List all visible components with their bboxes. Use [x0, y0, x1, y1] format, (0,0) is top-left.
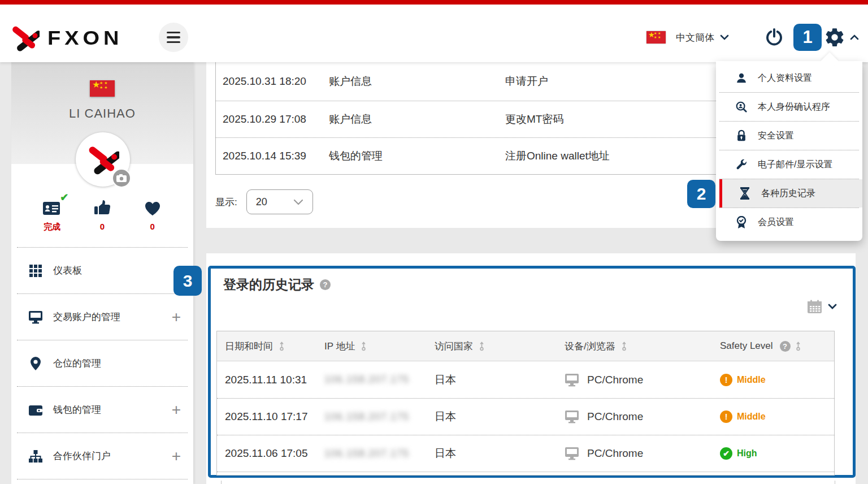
menu-item-label: 本人身份确认程序 — [758, 101, 830, 113]
menu-item-security-settings[interactable]: 安全设置 — [716, 122, 862, 150]
sidebar-item-label: 交易账户的管理 — [53, 310, 172, 323]
check-icon: ✔ — [60, 191, 68, 204]
top-red-bar — [0, 0, 868, 5]
lock-icon — [734, 129, 749, 142]
stat-likes[interactable]: 0 — [83, 196, 122, 232]
settings-dropdown-menu: 个人资料设置 本人身份确认程序 安全设置 — [716, 61, 862, 241]
row-ip-blurred: 106.158.207.175 — [324, 411, 409, 423]
login-history-title: 登录的历史记录 — [223, 276, 314, 293]
monitor-icon — [28, 310, 43, 324]
sidebar: ★★ ★★ ★ LI CAIHAO — [11, 62, 193, 484]
sidebar-item-label: 钱包的管理 — [53, 403, 172, 416]
hamburger-menu-button[interactable] — [159, 23, 188, 52]
sort-icon[interactable] — [479, 341, 485, 351]
column-header[interactable]: Safety Level — [720, 340, 773, 352]
menu-item-email-display-settings[interactable]: 电子邮件/显示设置 — [716, 150, 862, 179]
sidebar-item-trading-accounts[interactable]: 交易账户的管理 + — [11, 294, 193, 340]
logout-power-button[interactable] — [764, 27, 784, 47]
stat-verification[interactable]: ✔ 完成 — [32, 196, 72, 232]
display-count-select[interactable]: 20 — [246, 189, 313, 214]
menu-item-label: 会员设置 — [758, 217, 794, 228]
sidebar-item-label: 合作伙伴门户 — [53, 450, 172, 463]
menu-item-label: 电子邮件/显示设置 — [758, 159, 832, 171]
user-name: LI CAIHAO — [11, 106, 193, 121]
menu-item-label: 安全设置 — [758, 130, 794, 142]
row-datetime: 2025.11.11 10:31 — [225, 374, 307, 386]
medal-icon — [734, 216, 749, 229]
table-edge-sliver — [835, 481, 835, 484]
column-header[interactable]: 设备/浏览器 — [565, 340, 615, 353]
header-right-controls: ★★ ★★ ★ 中文簡体 1 — [646, 21, 859, 53]
row-datetime: 2025.11.10 17:17 — [225, 410, 308, 423]
heart-icon — [144, 196, 161, 216]
row-country: 日本 — [435, 373, 456, 387]
login-history-row: 2025.11.06 17:05 106.158.207.175 日本 PC/C… — [217, 435, 834, 472]
display-count-value: 20 — [256, 196, 267, 208]
row-datetime: 2025.10.14 15:39 — [216, 150, 329, 162]
row-ip-blurred: 106.158.207.175 — [324, 448, 409, 460]
china-flag-icon: ★★ ★★ ★ — [646, 31, 666, 44]
language-selector[interactable]: 中文簡体 — [676, 31, 714, 44]
menu-item-membership-settings[interactable]: 会员设置 — [716, 208, 862, 236]
user-icon — [734, 72, 749, 84]
partial-next-row — [217, 472, 834, 475]
row-datetime: 2025.10.29 17:08 — [216, 113, 329, 126]
sidebar-item-partner-portal[interactable]: 合作伙伴门户 + — [11, 433, 193, 479]
row-device: PC/Chrome — [587, 374, 643, 386]
settings-gear-button[interactable] — [824, 27, 845, 48]
wrench-icon — [734, 158, 749, 171]
app-header: FXON ★★ ★★ ★ 中文簡体 1 — [0, 5, 868, 62]
display-count-control: 显示: 20 — [215, 189, 313, 214]
sidebar-item-positions[interactable]: 仓位的管理 — [11, 340, 193, 386]
sidebar-item-dashboard[interactable]: 仪表板 — [11, 248, 193, 293]
row-category: 钱包的管理 — [329, 149, 505, 163]
row-category: 账户信息 — [329, 74, 505, 89]
chevron-down-icon[interactable] — [720, 34, 729, 40]
table-edge-sliver — [221, 481, 222, 484]
menu-item-label: 各种历史记录 — [761, 188, 815, 200]
warning-icon: ! — [720, 410, 732, 423]
chevron-up-icon[interactable] — [850, 34, 859, 40]
sidebar-item-wallet[interactable]: 钱包的管理 + — [11, 387, 193, 433]
stat-favorites[interactable]: 0 — [133, 196, 172, 232]
stat-value: 0 — [150, 222, 154, 231]
sort-icon[interactable] — [361, 341, 367, 351]
sort-icon[interactable] — [621, 341, 627, 351]
expand-plus-icon[interactable]: + — [172, 447, 181, 465]
hourglass-icon — [737, 187, 752, 200]
user-country-flag-icon: ★★ ★★ ★ — [90, 80, 115, 97]
sidebar-item-label: 仓位的管理 — [53, 357, 181, 370]
sort-icon[interactable] — [795, 341, 801, 351]
pc-monitor-icon — [565, 410, 579, 424]
stat-value: 0 — [100, 222, 105, 231]
expand-plus-icon[interactable]: + — [172, 308, 181, 326]
row-ip-blurred: 106.158.207.175 — [324, 374, 409, 386]
row-category: 账户信息 — [329, 112, 505, 127]
login-history-table: 日期和时间 IP 地址 访问国家 设备/浏览器 Safety Level ? — [216, 331, 835, 476]
chevron-down-icon — [828, 304, 837, 310]
menu-item-profile-settings[interactable]: 个人资料设置 — [716, 64, 862, 92]
row-datetime: 2025.11.06 17:05 — [225, 447, 308, 460]
brand-logo[interactable]: FXON — [10, 23, 123, 53]
camera-icon[interactable] — [112, 168, 131, 188]
sidebar-menu: 仪表板 交易账户的管理 + 仓位的管理 — [11, 247, 193, 479]
column-header[interactable]: 访问国家 — [435, 340, 473, 353]
help-icon[interactable]: ? — [320, 279, 331, 290]
sidebar-separator — [17, 479, 188, 479]
annotation-badge-1: 1 — [793, 24, 822, 51]
sitemap-icon — [28, 450, 43, 463]
menu-item-identity-verification[interactable]: 本人身份确认程序 — [716, 93, 862, 121]
pc-monitor-icon — [565, 373, 579, 387]
date-filter-toggle[interactable] — [807, 300, 837, 314]
sidebar-item-label: 仪表板 — [53, 264, 181, 277]
menu-item-history-records[interactable]: 各种历史记录 — [719, 179, 862, 208]
fxon-x-icon — [10, 24, 40, 52]
help-icon[interactable]: ? — [780, 341, 791, 352]
expand-plus-icon[interactable]: + — [172, 401, 181, 419]
sort-icon[interactable] — [279, 341, 285, 351]
column-header[interactable]: 日期和时间 — [225, 340, 273, 353]
chevron-down-icon — [293, 199, 303, 205]
warning-icon: ! — [720, 374, 732, 386]
brand-wordmark: FXON — [47, 27, 123, 49]
column-header[interactable]: IP 地址 — [324, 340, 355, 353]
